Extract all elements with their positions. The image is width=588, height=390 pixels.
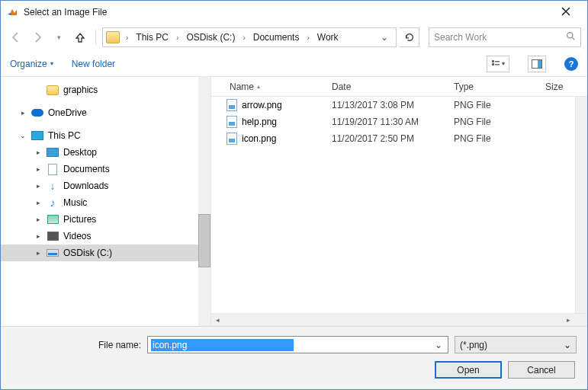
title-bar: Select an Image File <box>1 1 587 24</box>
chevron-right-icon[interactable]: › <box>172 34 183 42</box>
sort-asc-icon: ▴ <box>257 83 260 90</box>
disk-icon <box>47 249 59 257</box>
matlab-icon <box>7 6 19 18</box>
main-area: graphics ▸ OneDrive ⌄ This PC ▸ Desktop … <box>1 77 587 326</box>
search-input[interactable]: Search Work <box>429 27 581 47</box>
filename-history-dropdown[interactable]: ⌄ <box>432 340 445 350</box>
back-button[interactable] <box>7 28 25 46</box>
sidebar-scrollbar[interactable] <box>198 77 210 326</box>
pc-icon <box>31 131 43 140</box>
tree-item-osdisk[interactable]: ▸ OSDisk (C:) <box>1 245 210 261</box>
file-type-filter[interactable]: (*.png) ⌄ <box>455 336 577 353</box>
view-mode-button[interactable]: ▾ <box>487 56 509 72</box>
chevron-down-icon: ▾ <box>50 60 53 67</box>
tree-item-pictures[interactable]: ▸ Pictures <box>1 211 210 228</box>
tree-item-documents[interactable]: ▸ Documents <box>1 161 210 177</box>
column-date[interactable]: Date <box>326 77 448 96</box>
breadcrumb-seg[interactable]: Work <box>314 30 342 44</box>
breadcrumb-seg[interactable]: Documents <box>250 30 303 44</box>
png-file-icon <box>227 116 237 128</box>
svg-rect-1 <box>492 60 494 62</box>
search-placeholder: Search Work <box>434 32 566 43</box>
toolbar: Organize ▾ New folder ▾ ? <box>1 51 587 77</box>
forward-button[interactable] <box>28 28 47 46</box>
downloads-icon <box>47 180 59 192</box>
refresh-button[interactable] <box>400 27 419 47</box>
list-h-scrollbar[interactable]: ◂ ▸ <box>211 313 587 326</box>
file-row[interactable]: help.png 11/19/2017 11:30 AM PNG File <box>211 113 575 130</box>
videos-icon <box>47 232 59 241</box>
cancel-button[interactable]: Cancel <box>508 361 575 379</box>
svg-rect-2 <box>492 63 494 66</box>
folder-icon <box>106 31 120 43</box>
scroll-right-icon[interactable]: ▸ <box>562 314 575 327</box>
breadcrumb-seg[interactable]: This PC <box>133 30 172 44</box>
file-rows: arrow.png 11/13/2017 3:08 PM PNG File he… <box>211 97 587 313</box>
window-title: Select an Image File <box>24 7 551 18</box>
help-button[interactable]: ? <box>564 57 578 71</box>
filename-value[interactable]: icon.png <box>151 339 294 351</box>
tree-item-videos[interactable]: ▸ Videos <box>1 228 210 245</box>
chevron-right-icon[interactable]: › <box>121 34 133 42</box>
filename-label: File name: <box>11 340 141 350</box>
file-list-pane: Name ▴ Date Type Size arrow.png 11/13/20… <box>211 77 587 326</box>
desktop-icon <box>47 148 59 157</box>
tree-item-thispc[interactable]: ⌄ This PC <box>1 127 210 144</box>
tree-item-downloads[interactable]: ▸ Downloads <box>1 177 210 194</box>
chevron-right-icon[interactable]: › <box>302 34 313 42</box>
filename-input[interactable]: icon.png ⌄ <box>147 336 448 353</box>
file-row[interactable]: icon.png 11/20/2017 2:50 PM PNG File <box>211 130 575 147</box>
column-name[interactable]: Name ▴ <box>211 77 326 96</box>
separator <box>95 30 96 45</box>
recent-dropdown[interactable]: ▾ <box>50 28 68 46</box>
list-v-scrollbar[interactable] <box>575 97 587 313</box>
png-file-icon <box>227 133 237 145</box>
png-file-icon <box>227 99 237 111</box>
preview-pane-button[interactable] <box>528 56 546 72</box>
tree-item-music[interactable]: ▸ Music <box>1 194 210 211</box>
column-size[interactable]: Size <box>539 77 575 96</box>
chevron-down-icon: ⌄ <box>564 340 571 350</box>
pictures-icon <box>47 215 59 224</box>
breadcrumb-dropdown[interactable]: ⌄ <box>376 32 393 43</box>
column-type[interactable]: Type <box>448 77 539 96</box>
svg-point-0 <box>567 33 573 38</box>
column-headers: Name ▴ Date Type Size <box>211 77 587 97</box>
tree-item-desktop[interactable]: ▸ Desktop <box>1 144 210 161</box>
open-button[interactable]: Open <box>435 361 502 379</box>
new-folder-button[interactable]: New folder <box>72 59 115 69</box>
up-button[interactable] <box>71 28 89 46</box>
organize-menu[interactable]: Organize ▾ <box>10 59 53 69</box>
search-icon <box>566 31 576 43</box>
documents-icon <box>48 164 57 175</box>
svg-rect-4 <box>495 64 500 66</box>
scroll-left-icon[interactable]: ◂ <box>211 314 224 327</box>
breadcrumb-seg[interactable]: OSDisk (C:) <box>183 30 238 44</box>
file-row[interactable]: arrow.png 11/13/2017 3:08 PM PNG File <box>211 97 575 113</box>
music-icon <box>47 197 59 209</box>
tree-item-onedrive[interactable]: ▸ OneDrive <box>1 104 210 121</box>
svg-rect-3 <box>495 61 500 62</box>
sidebar-scrollbar-thumb[interactable] <box>198 214 210 267</box>
sidebar: graphics ▸ OneDrive ⌄ This PC ▸ Desktop … <box>1 77 210 326</box>
tree-item-graphics[interactable]: graphics <box>1 82 210 98</box>
onedrive-icon <box>31 107 43 119</box>
nav-bar: ▾ › This PC › OSDisk (C:) › Documents › … <box>1 24 587 51</box>
footer: File name: icon.png ⌄ (*.png) ⌄ Open Can… <box>1 326 587 389</box>
close-button[interactable] <box>551 6 581 18</box>
chevron-right-icon[interactable]: › <box>238 34 249 42</box>
breadcrumb[interactable]: › This PC › OSDisk (C:) › Documents › Wo… <box>102 27 397 47</box>
svg-rect-6 <box>538 60 541 68</box>
